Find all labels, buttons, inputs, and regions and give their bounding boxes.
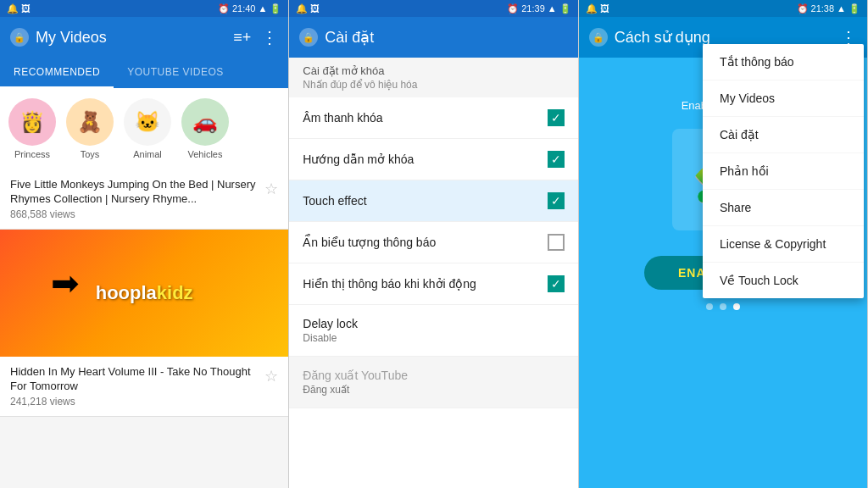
vehicles-label: Vehicles bbox=[188, 149, 223, 159]
dropdown-item-0[interactable]: Tắt thông báo bbox=[703, 44, 864, 80]
wifi-icon-2: ▲ bbox=[548, 3, 557, 14]
notification-icon-3: 🔔 bbox=[586, 3, 598, 14]
dropdown-item-2[interactable]: Cài đặt bbox=[703, 117, 864, 153]
battery-icon-2: 🔋 bbox=[559, 3, 571, 14]
settings-content: Cài đặt mở khóa Nhấn đúp để vô hiệu hóa … bbox=[289, 58, 577, 488]
add-playlist-icon[interactable]: ≡+ bbox=[233, 29, 251, 47]
checkbox-1[interactable]: ✓ bbox=[548, 151, 565, 168]
status-bar-2: 🔔 🖼 ⏰ 21:39 ▲ 🔋 bbox=[289, 0, 577, 17]
animal-circle: 🐱 bbox=[124, 98, 171, 146]
setting-label-1: Hướng dẫn mở khóa bbox=[303, 152, 414, 166]
dropdown-menu: Tắt thông báo My Videos Cài đặt Phản hồi… bbox=[703, 44, 864, 298]
header-left-2: 🔒 Cài đặt bbox=[299, 28, 374, 47]
checkbox-0[interactable]: ✓ bbox=[548, 109, 565, 126]
status-left-2: 🔔 🖼 bbox=[296, 3, 320, 14]
app-title-1: My Videos bbox=[36, 29, 107, 47]
clock-icon-3: ⏰ bbox=[797, 3, 809, 14]
settings-panel: 🔔 🖼 ⏰ 21:39 ▲ 🔋 🔒 Cài đặt Cài đặt mở khó… bbox=[289, 0, 578, 488]
battery-icon: 🔋 bbox=[270, 3, 281, 14]
video-item-1[interactable]: Hidden In My Heart Volume III - Take No … bbox=[0, 357, 288, 417]
setting-item-5[interactable]: Delay lock Disable bbox=[289, 305, 577, 357]
category-vehicles[interactable]: 🚗 Vehicles bbox=[180, 98, 231, 159]
setting-text-5: Delay lock Disable bbox=[303, 317, 358, 344]
img-icon-2: 🖼 bbox=[310, 3, 320, 14]
wifi-icon-3: ▲ bbox=[837, 3, 846, 14]
status-right-2: ⏰ 21:39 ▲ 🔋 bbox=[507, 3, 570, 14]
setting-item-1[interactable]: Hướng dẫn mở khóa ✓ bbox=[289, 139, 577, 180]
setting-sub-5: Disable bbox=[303, 332, 358, 344]
dot-0 bbox=[706, 303, 713, 310]
dot-1 bbox=[720, 303, 726, 310]
clock-icon: ⏰ bbox=[218, 3, 230, 14]
category-animal[interactable]: 🐱 Animal bbox=[122, 98, 173, 159]
setting-label-5: Delay lock bbox=[303, 317, 358, 330]
video-info-0: Five Little Monkeys Jumping On the Bed |… bbox=[10, 178, 256, 220]
video-views-1: 241,218 views bbox=[10, 396, 256, 408]
setting-label-0: Âm thanh khóa bbox=[303, 111, 382, 125]
dot-2 bbox=[733, 303, 740, 310]
dropdown-item-1[interactable]: My Videos bbox=[703, 80, 864, 117]
category-toys[interactable]: 🧸 Toys bbox=[64, 98, 115, 159]
lock-icon-2: 🔒 bbox=[299, 28, 318, 47]
dropdown-item-3[interactable]: Phản hồi bbox=[703, 153, 864, 190]
favorite-icon-0[interactable]: ☆ bbox=[264, 180, 278, 198]
app-header-2: 🔒 Cài đặt bbox=[289, 17, 577, 58]
more-options-icon[interactable]: ⋮ bbox=[261, 27, 278, 47]
status-bar-1: 🔔 🖼 ⏰ 21:40 ▲ 🔋 bbox=[0, 0, 288, 17]
setting-item-2[interactable]: Touch effect ✓ bbox=[289, 180, 577, 222]
tab-youtube-videos[interactable]: YOUTUBE VIDEOS bbox=[114, 58, 237, 86]
category-princess[interactable]: 👸 Princess bbox=[7, 98, 58, 159]
app-title-3: Cách sử dụng bbox=[615, 28, 710, 47]
status-right-3: ⏰ 21:38 ▲ 🔋 bbox=[797, 3, 860, 14]
videos-content: 👸 Princess 🧸 Toys 🐱 Animal 🚗 Vehicles Fi… bbox=[0, 88, 288, 488]
notification-icon-2: 🔔 bbox=[296, 3, 308, 14]
setting-label-2: Touch effect bbox=[303, 194, 366, 208]
video-info-1: Hidden In My Heart Volume III - Take No … bbox=[10, 365, 256, 408]
toys-label: Toys bbox=[81, 149, 100, 159]
status-bar-3: 🔔 🖼 ⏰ 21:38 ▲ 🔋 bbox=[579, 0, 867, 17]
time-3: 21:38 bbox=[811, 3, 835, 14]
clock-icon-2: ⏰ bbox=[507, 3, 519, 14]
checkbox-3[interactable] bbox=[548, 234, 565, 251]
setting-label-4: Hiển thị thông báo khi khởi động bbox=[303, 277, 476, 291]
dropdown-item-5[interactable]: License & Copyright bbox=[703, 226, 864, 263]
header-left-1: 🔒 My Videos bbox=[10, 28, 107, 47]
dots-indicator bbox=[706, 303, 740, 310]
img-icon: 🖼 bbox=[21, 3, 31, 14]
battery-icon-3: 🔋 bbox=[849, 3, 860, 14]
favorite-icon-1[interactable]: ☆ bbox=[264, 367, 278, 385]
tab-recommended[interactable]: RECOMMENDED bbox=[0, 58, 114, 88]
header-actions-1: ≡+ ⋮ bbox=[233, 27, 278, 47]
arrow-icon: ➡ bbox=[51, 263, 80, 302]
video-thumbnail-0[interactable]: hooplakidz ➡ bbox=[0, 230, 288, 357]
settings-section-title: Cài đặt mở khóa bbox=[303, 64, 564, 77]
video-views-0: 868,588 views bbox=[10, 208, 256, 220]
checkbox-2[interactable]: ✓ bbox=[548, 192, 565, 209]
notification-icon: 🔔 bbox=[7, 3, 19, 14]
settings-section-sub: Nhấn đúp để vô hiệu hóa bbox=[303, 79, 564, 91]
setting-item-4[interactable]: Hiển thị thông báo khi khởi động ✓ bbox=[289, 263, 577, 305]
checkbox-4[interactable]: ✓ bbox=[548, 275, 565, 292]
setting-item-0[interactable]: Âm thanh khóa ✓ bbox=[289, 97, 577, 139]
princess-circle: 👸 bbox=[8, 98, 56, 146]
video-title-1: Hidden In My Heart Volume III - Take No … bbox=[10, 365, 256, 394]
header-left-3: 🔒 Cách sử dụng bbox=[589, 28, 710, 47]
categories-row: 👸 Princess 🧸 Toys 🐱 Animal 🚗 Vehicles bbox=[0, 88, 288, 169]
princess-label: Princess bbox=[14, 149, 50, 159]
lock-icon-3: 🔒 bbox=[589, 28, 608, 47]
setting-label-3: Ẩn biểu tượng thông báo bbox=[303, 236, 436, 249]
setting-item-6[interactable]: Đăng xuất YouTube Đăng xuất bbox=[289, 357, 577, 408]
status-left-3: 🔔 🖼 bbox=[586, 3, 609, 14]
dropdown-item-4[interactable]: Share bbox=[703, 190, 864, 226]
dropdown-item-6[interactable]: Về Touch Lock bbox=[703, 263, 864, 298]
app-title-2: Cài đặt bbox=[325, 28, 374, 47]
thumbnail-brand: hooplakidz bbox=[96, 282, 193, 304]
time-1: 21:40 bbox=[232, 3, 256, 14]
video-title-0: Five Little Monkeys Jumping On the Bed |… bbox=[10, 178, 256, 207]
video-item-0[interactable]: Five Little Monkeys Jumping On the Bed |… bbox=[0, 169, 288, 230]
setting-label-6: Đăng xuất YouTube bbox=[303, 369, 408, 382]
how-to-use-panel: 🔔 🖼 ⏰ 21:38 ▲ 🔋 🔒 Cách sử dụng ⋮ Fi... E… bbox=[579, 0, 868, 488]
wifi-icon: ▲ bbox=[258, 3, 267, 14]
setting-item-3[interactable]: Ẩn biểu tượng thông báo bbox=[289, 222, 577, 263]
animal-label: Animal bbox=[133, 149, 162, 159]
